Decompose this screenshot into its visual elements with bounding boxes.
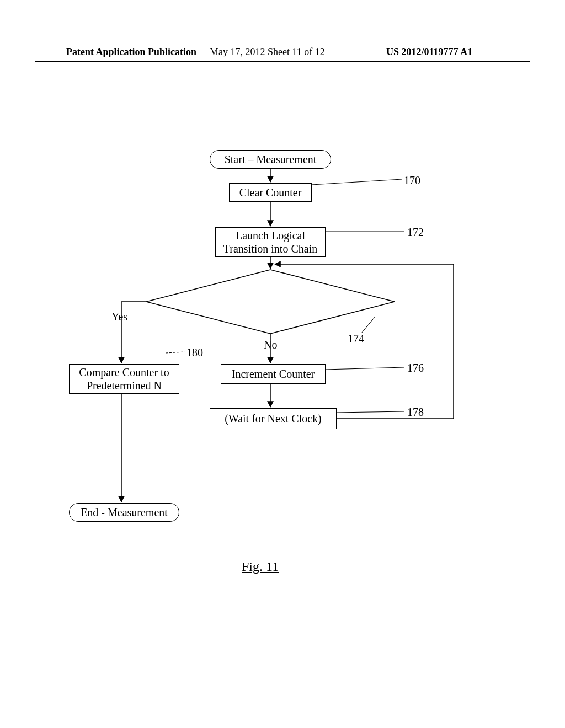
ref-178: 178 [407,406,424,419]
svg-line-10 [326,367,404,370]
header-middle: May 17, 2012 Sheet 11 of 12 [210,46,325,58]
svg-line-12 [166,352,185,353]
label-no: No [264,339,277,351]
terminator-start: Start – Measurement [210,150,331,169]
box-launch-transition: Launch Logical Transition into Chain [215,227,326,257]
svg-line-7 [312,179,402,185]
label-yes: Yes [111,311,127,323]
page: Patent Application Publication May 17, 2… [0,0,565,728]
launch-text: Launch Logical Transition into Chain [220,229,321,255]
box-compare-counter: Compare Counter to Predetermined N [69,364,179,394]
terminator-end: End - Measurement [69,503,179,522]
header-rule [35,61,530,62]
decision-text: Corresponding Transition on Output of Ch… [210,281,331,319]
compare-line1: Compare Counter to [79,366,169,379]
svg-line-11 [337,411,404,413]
ref-172: 172 [407,226,424,239]
compare-line2: Predetermined N [87,379,162,392]
header-right: US 2012/0119777 A1 [386,46,472,58]
box-clear-counter: Clear Counter [229,183,312,202]
ref-174: 174 [348,333,364,345]
figure-caption: Fig. 11 [242,559,279,574]
ref-176: 176 [407,362,424,374]
decision-line1: Corresponding [210,281,331,294]
decision-line3: Chain? [210,307,331,319]
ref-170: 170 [404,174,420,187]
box-wait-clock: (Wait for Next Clock) [210,408,337,429]
decision-line2: Transition on Output of [210,294,331,307]
ref-180: 180 [186,346,203,359]
header-left: Patent Application Publication [66,46,196,58]
box-increment-counter: Increment Counter [221,364,326,384]
svg-line-9 [361,317,375,333]
